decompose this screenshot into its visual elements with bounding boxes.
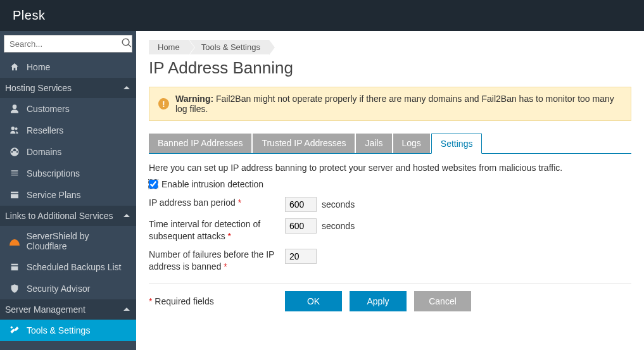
- required-star: *: [228, 231, 231, 241]
- required-note: * Required fields: [149, 296, 285, 306]
- user-icon: [9, 103, 20, 115]
- warning-icon: !: [158, 98, 169, 109]
- ban-period-unit: seconds: [322, 199, 355, 209]
- sidebar-item-label: Resellers: [27, 125, 63, 135]
- sidebar-item-label: Tools & Settings: [27, 325, 90, 335]
- warning-text: Warning: Fail2Ban might not operate prop…: [175, 94, 622, 114]
- shield-icon: [9, 283, 20, 294]
- ban-period-label: IP address ban period: [149, 197, 236, 208]
- page-title: IP Address Banning: [149, 58, 631, 78]
- sidebar-item-tools-settings[interactable]: Tools & Settings: [0, 320, 136, 341]
- failures-input[interactable]: [285, 249, 317, 264]
- list-icon: [9, 168, 20, 179]
- apply-button[interactable]: Apply: [350, 291, 407, 311]
- sidebar-item-label: Home: [27, 62, 50, 72]
- brand-logo: Plesk: [13, 8, 45, 23]
- ban-period-input[interactable]: [285, 197, 317, 212]
- sidebar-item-label: Domains: [27, 147, 61, 157]
- tab-logs[interactable]: Logs: [393, 134, 430, 153]
- interval-label: Time interval for detection of subsequen…: [149, 219, 260, 241]
- globe-icon: [9, 146, 20, 158]
- sidebar-item-security-advisor[interactable]: Security Advisor: [0, 278, 136, 299]
- sidebar-item-resellers[interactable]: Resellers: [0, 120, 136, 141]
- breadcrumb-home[interactable]: Home: [149, 40, 189, 54]
- sidebar-item-domains[interactable]: Domains: [0, 141, 136, 163]
- calendar-icon: [9, 261, 20, 273]
- cloudflare-icon: [9, 235, 20, 247]
- sidebar-item-subscriptions[interactable]: Subscriptions: [0, 163, 136, 184]
- enable-intrusion-label: Enable intrusion detection: [161, 179, 263, 189]
- sidebar-item-service-plans[interactable]: Service Plans: [0, 184, 136, 206]
- enable-intrusion-checkbox[interactable]: [149, 180, 158, 189]
- sidebar-section-server[interactable]: Server Management: [0, 299, 136, 320]
- required-star: *: [238, 197, 241, 208]
- search-icon: [121, 37, 136, 51]
- tab-settings[interactable]: Settings: [431, 134, 483, 154]
- chevron-up-icon: [123, 83, 130, 93]
- sidebar-item-label: Service Plans: [27, 190, 81, 200]
- sidebar-item-customers[interactable]: Customers: [0, 98, 136, 120]
- sidebar-section-label: Hosting Services: [5, 83, 72, 93]
- home-icon: [9, 61, 20, 73]
- sidebar-item-label: Subscriptions: [27, 168, 80, 178]
- main-content: Home Tools & Settings IP Address Banning…: [136, 31, 644, 350]
- sidebar-section-hosting[interactable]: Hosting Services: [0, 78, 136, 98]
- sidebar-item-label: Scheduled Backups List: [27, 262, 121, 272]
- separator: [149, 283, 631, 284]
- tools-icon: [9, 325, 20, 336]
- tab-trusted-ip[interactable]: Trusted IP Addresses: [253, 134, 355, 153]
- sidebar-section-label: Links to Additional Services: [5, 211, 113, 221]
- ok-button[interactable]: OK: [285, 291, 342, 311]
- sidebar-item-backups[interactable]: Scheduled Backups List: [0, 256, 136, 278]
- chevron-up-icon: [123, 304, 130, 315]
- window-icon: [9, 189, 20, 201]
- tab-banned-ip[interactable]: Banned IP Addresses: [149, 134, 251, 153]
- sidebar-section-label: Server Management: [5, 304, 85, 315]
- warning-banner: ! Warning: Fail2Ban might not operate pr…: [149, 87, 631, 121]
- tab-jails[interactable]: Jails: [356, 134, 391, 153]
- breadcrumb: Home Tools & Settings: [149, 40, 631, 54]
- failures-label: Number of failures before the IP address…: [149, 249, 274, 272]
- sidebar-item-label: Customers: [27, 104, 70, 114]
- sidebar: Home Hosting Services Customers Reseller…: [0, 31, 136, 350]
- sidebar-item-label: ServerShield by Cloudflare: [27, 231, 130, 251]
- interval-unit: seconds: [322, 221, 355, 231]
- tab-bar: Banned IP Addresses Trusted IP Addresses…: [149, 134, 631, 154]
- breadcrumb-tools[interactable]: Tools & Settings: [189, 40, 269, 54]
- interval-input[interactable]: [285, 218, 317, 234]
- search-field[interactable]: [4, 35, 132, 53]
- required-star: *: [224, 261, 227, 272]
- sidebar-item-home[interactable]: Home: [0, 56, 136, 78]
- sidebar-item-label: Security Advisor: [27, 284, 90, 294]
- search-input[interactable]: [4, 39, 121, 49]
- tab-description: Here you can set up IP address banning t…: [149, 163, 631, 173]
- chevron-up-icon: [123, 211, 130, 221]
- sidebar-section-links[interactable]: Links to Additional Services: [0, 206, 136, 226]
- cancel-button[interactable]: Cancel: [414, 291, 471, 311]
- users-icon: [9, 125, 20, 136]
- sidebar-item-servershield[interactable]: ServerShield by Cloudflare: [0, 226, 136, 256]
